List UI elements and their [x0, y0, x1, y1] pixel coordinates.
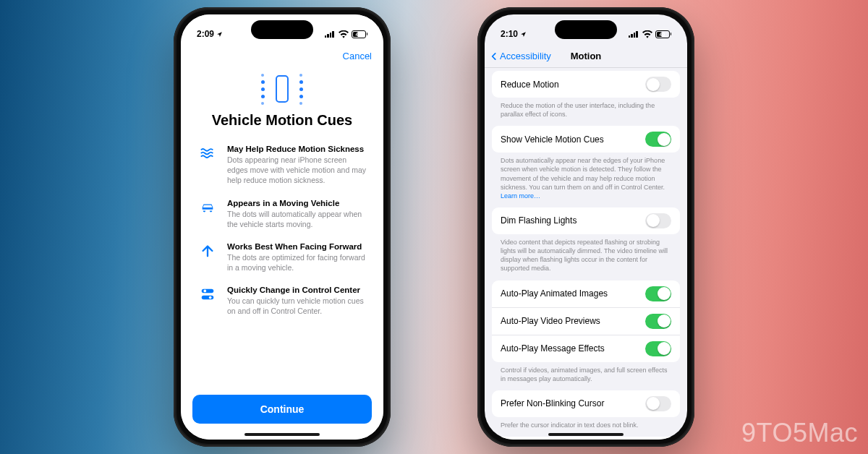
page-title: Vehicle Motion Cues [181, 112, 383, 129]
feature-title: Works Best When Facing Forward [227, 242, 366, 251]
row-label: Reduce Motion [501, 80, 559, 90]
row-limit-frame-rate[interactable]: Limit Frame Rate [492, 437, 680, 440]
footer-reduce-motion: Reduce the motion of the user interface,… [492, 98, 680, 126]
car-icon [198, 199, 217, 215]
row-prefer-non-blinking-cursor[interactable]: Prefer Non-Blinking Cursor [492, 390, 680, 417]
svg-rect-0 [202, 289, 214, 294]
toggle-reduce-motion[interactable] [645, 77, 671, 92]
svg-rect-1 [202, 296, 214, 300]
back-label: Accessibility [500, 51, 551, 61]
row-label: Dim Flashing Lights [501, 215, 576, 226]
wifi-icon [339, 30, 349, 38]
control-center-icon [198, 286, 217, 302]
feature-item: Quickly Change in Control Center You can… [198, 286, 366, 316]
row-dim-flashing-lights[interactable]: Dim Flashing Lights [492, 207, 680, 234]
feature-item: Appears in a Moving Vehicle The dots wil… [198, 199, 366, 229]
nav-title: Motion [571, 51, 602, 61]
nav-bar: Accessibility Motion [485, 45, 687, 68]
learn-more-link[interactable]: Learn more… [501, 192, 540, 200]
footer-text: Dots automatically appear near the edges… [501, 157, 665, 190]
footer-autoplay: Control if videos, animated images, and … [492, 362, 680, 390]
svg-point-3 [209, 296, 212, 299]
battery-level: 40 [660, 32, 665, 37]
home-indicator[interactable] [548, 433, 624, 436]
row-label: Prefer Non-Blinking Cursor [501, 398, 604, 408]
battery-icon: 42 [352, 30, 368, 38]
arrow-up-icon [198, 242, 217, 259]
location-icon [520, 31, 527, 38]
toggle-auto-video[interactable] [645, 314, 671, 329]
home-indicator[interactable] [244, 433, 320, 436]
wifi-icon [642, 30, 652, 38]
feature-desc: Dots appearing near iPhone screen edges … [227, 155, 366, 186]
svg-point-2 [204, 290, 207, 293]
feature-desc: The dots are optimized for facing forwar… [227, 252, 366, 273]
watermark: 9TO5Mac [741, 418, 858, 448]
status-time: 2:09 [197, 29, 223, 39]
feature-title: May Help Reduce Motion Sickness [227, 145, 366, 153]
intro-sheet: Cancel Vehicle Motion Cues May Help Redu [181, 14, 383, 440]
toggle-dim-flashing[interactable] [645, 213, 671, 228]
toggle-auto-animated[interactable] [645, 286, 671, 301]
location-icon [216, 31, 223, 38]
cellular-icon [325, 30, 336, 38]
row-reduce-motion[interactable]: Reduce Motion [492, 71, 680, 98]
feature-desc: The dots will automatically appear when … [227, 209, 366, 229]
chevron-left-icon [489, 51, 499, 61]
phone-left: 2:09 42 Cancel [174, 7, 391, 447]
footer-dim-flashing: Video content that depicts repeated flas… [492, 234, 680, 280]
feature-list: May Help Reduce Motion Sickness Dots app… [181, 129, 383, 317]
row-auto-play-video-previews[interactable]: Auto-Play Video Previews [492, 307, 680, 335]
feature-title: Quickly Change in Control Center [227, 286, 366, 294]
clock-label: 2:10 [501, 29, 518, 39]
feature-desc: You can quickly turn vehicle motion cues… [227, 296, 366, 316]
dynamic-island [251, 20, 313, 39]
cancel-button[interactable]: Cancel [343, 51, 372, 61]
row-label: Auto-Play Animated Images [501, 288, 608, 299]
status-time: 2:10 [501, 29, 527, 39]
battery-level: 42 [356, 32, 362, 37]
toggle-show-vmc[interactable] [645, 132, 671, 147]
phone-right-screen: 2:10 40 Accessibility Motion [485, 14, 687, 440]
continue-button[interactable]: Continue [192, 395, 372, 424]
waves-icon [198, 145, 217, 161]
footer-show-vmc: Dots automatically appear near the edges… [492, 153, 680, 207]
feature-item: Works Best When Facing Forward The dots … [198, 242, 366, 273]
feature-item: May Help Reduce Motion Sickness Dots app… [198, 145, 366, 186]
dynamic-island [555, 20, 617, 39]
vehicle-motion-cues-hero-icon [261, 73, 303, 105]
row-label: Show Vehicle Motion Cues [501, 134, 604, 145]
cellular-icon [629, 30, 639, 38]
back-button[interactable]: Accessibility [489, 51, 551, 61]
phone-left-screen: 2:09 42 Cancel [181, 14, 383, 440]
clock-label: 2:09 [197, 29, 214, 39]
settings-list[interactable]: Reduce Motion Reduce the motion of the u… [485, 68, 687, 440]
row-label: Auto-Play Message Effects [501, 343, 605, 354]
row-auto-play-message-effects[interactable]: Auto-Play Message Effects [492, 335, 680, 362]
row-label: Auto-Play Video Previews [501, 316, 600, 326]
row-show-vehicle-motion-cues[interactable]: Show Vehicle Motion Cues [492, 126, 680, 153]
phone-right: 2:10 40 Accessibility Motion [477, 7, 694, 447]
battery-icon: 40 [655, 30, 672, 38]
row-auto-play-animated-images[interactable]: Auto-Play Animated Images [492, 280, 680, 307]
toggle-prefer-cursor[interactable] [645, 396, 671, 411]
feature-title: Appears in a Moving Vehicle [227, 199, 366, 207]
toggle-auto-message[interactable] [645, 341, 671, 356]
